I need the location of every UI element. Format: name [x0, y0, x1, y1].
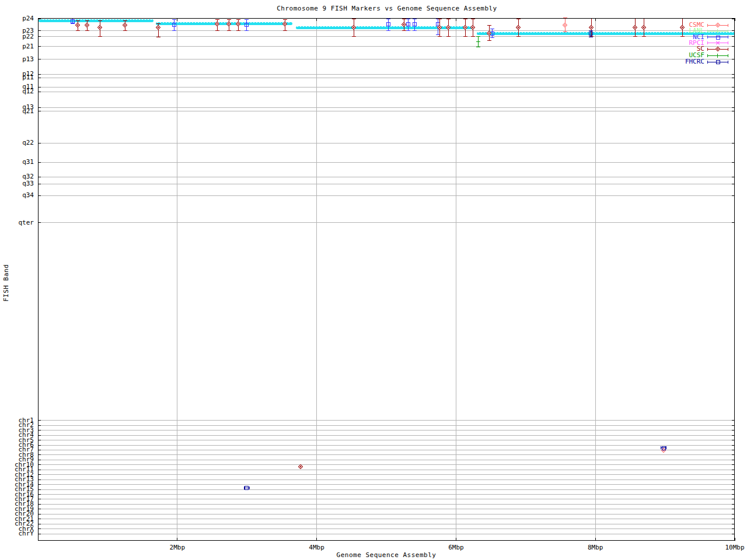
band-label: p22: [0, 33, 34, 40]
x-tick-label: 10Mbp: [717, 544, 747, 551]
band-label: p11: [0, 74, 34, 81]
x-axis-title: Genome Sequence Assembly: [337, 552, 437, 559]
band-label: q12: [0, 88, 34, 95]
band-label: q33: [0, 180, 34, 187]
x-tick-label: 4Mbp: [299, 544, 334, 551]
x-tick-label: 2Mbp: [160, 544, 195, 551]
plot-border: [38, 18, 735, 541]
band-label: p21: [0, 43, 34, 50]
chart-title: Chromosome 9 FISH Markers vs Genome Sequ…: [277, 5, 497, 12]
x-tick-label: 8Mbp: [578, 544, 613, 551]
band-label: p24: [0, 15, 34, 22]
y-axis-title: FISH Band: [3, 264, 10, 302]
band-label: q34: [0, 192, 34, 199]
band-label: qter: [0, 219, 34, 226]
band-label: q22: [0, 139, 34, 146]
fish-chart: Chromosome 9 FISH Markers vs Genome Sequ…: [0, 0, 747, 560]
band-label: q21: [0, 108, 34, 115]
chr-label: chrY: [0, 530, 34, 537]
x-tick-label: 6Mbp: [438, 544, 473, 551]
band-label: p13: [0, 56, 34, 63]
band-label: q31: [0, 159, 34, 166]
